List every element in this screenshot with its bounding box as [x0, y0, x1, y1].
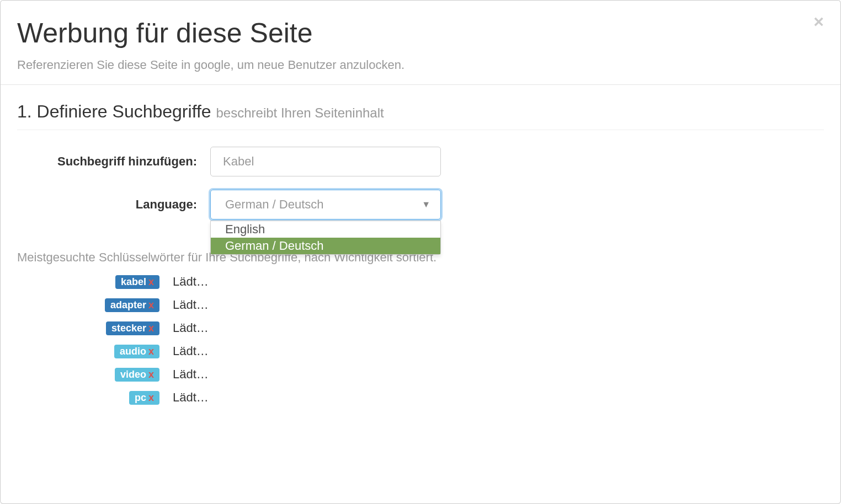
keyword-row: pc x Lädt… [17, 390, 824, 405]
keyword-area: audio x [17, 345, 173, 358]
modal-subtitle: Referenzieren Sie diese Seite in google,… [17, 58, 824, 72]
language-label: Language: [17, 197, 210, 212]
keyword-badge-pc: pc x [129, 391, 159, 405]
keyword-term: kabel [121, 277, 146, 287]
keyword-area: stecker x [17, 321, 173, 335]
section-subtitle: beschreibt Ihren Seiteninhalt [216, 105, 384, 120]
keyword-status: Lädt… [173, 298, 209, 312]
remove-keyword-icon[interactable]: x [148, 369, 154, 379]
keyword-badge-adapter: adapter x [105, 298, 159, 312]
keyword-term: adapter [110, 300, 146, 310]
keyword-badge-audio: audio x [114, 345, 159, 358]
keyword-area: video x [17, 368, 173, 382]
language-select[interactable]: German / Deutsch ▼ [210, 190, 441, 219]
language-dropdown: English German / Deutsch [210, 221, 441, 255]
section-header: 1. Definiere Suchbegriffe beschreibt Ihr… [17, 101, 824, 130]
modal-body: 1. Definiere Suchbegriffe beschreibt Ihr… [1, 85, 840, 430]
modal-dialog: × Werbung für diese Seite Referenzieren … [0, 0, 841, 504]
remove-keyword-icon[interactable]: x [148, 300, 154, 310]
keyword-status: Lädt… [173, 321, 209, 335]
form-row-language: Language: German / Deutsch ▼ English Ger… [17, 190, 824, 219]
keyword-badge-video: video x [115, 368, 159, 382]
keyword-label: Suchbegriff hinzufügen: [17, 154, 210, 169]
modal-header: Werbung für diese Seite Referenzieren Si… [1, 1, 840, 85]
keyword-term: audio [120, 346, 146, 356]
keyword-status: Lädt… [173, 390, 209, 405]
language-option-english[interactable]: English [211, 221, 440, 238]
keyword-row: audio x Lädt… [17, 344, 824, 358]
close-icon[interactable]: × [813, 13, 824, 30]
section-title: 1. Definiere Suchbegriffe [17, 101, 211, 121]
keyword-status: Lädt… [173, 367, 209, 382]
keyword-area: kabel x [17, 275, 173, 289]
chevron-down-icon: ▼ [422, 200, 430, 210]
keyword-row: video x Lädt… [17, 367, 824, 382]
keyword-term: pc [135, 393, 146, 403]
remove-keyword-icon[interactable]: x [148, 346, 154, 356]
keyword-row: adapter x Lädt… [17, 298, 824, 312]
remove-keyword-icon[interactable]: x [148, 277, 154, 287]
keyword-badge-kabel: kabel x [115, 275, 159, 289]
form-row-keyword: Suchbegriff hinzufügen: [17, 147, 824, 176]
keyword-term: stecker [111, 323, 146, 333]
keyword-row: stecker x Lädt… [17, 321, 824, 335]
language-select-wrapper: German / Deutsch ▼ English German / Deut… [210, 190, 441, 219]
modal-title: Werbung für diese Seite [17, 17, 824, 49]
keyword-area: adapter x [17, 298, 173, 312]
remove-keyword-icon[interactable]: x [148, 393, 154, 403]
keyword-area: pc x [17, 391, 173, 405]
keyword-row: kabel x Lädt… [17, 275, 824, 289]
language-option-german[interactable]: German / Deutsch [211, 238, 440, 254]
language-select-value: German / Deutsch [225, 197, 324, 212]
remove-keyword-icon[interactable]: x [148, 323, 154, 333]
keyword-input[interactable] [210, 147, 441, 176]
keyword-term: video [120, 369, 146, 379]
keyword-badge-stecker: stecker x [106, 321, 159, 335]
keyword-status: Lädt… [173, 344, 209, 358]
keyword-status: Lädt… [173, 275, 209, 289]
